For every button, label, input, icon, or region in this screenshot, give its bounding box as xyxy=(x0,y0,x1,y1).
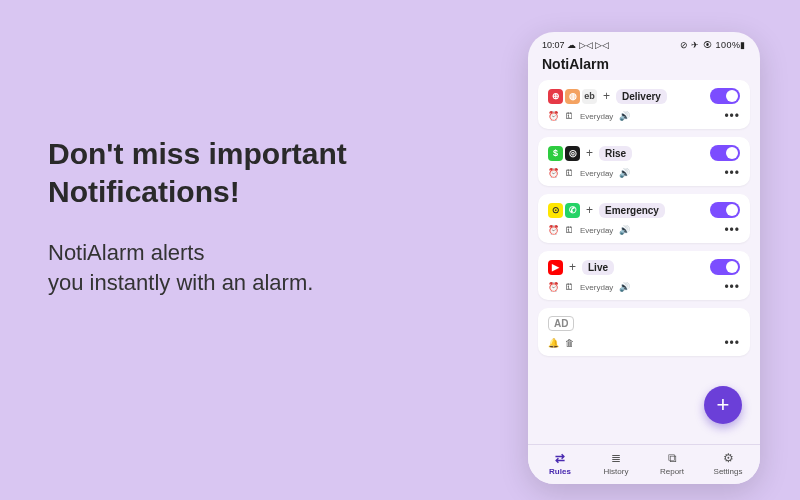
hero-copy: Don't miss important Notifications! Noti… xyxy=(48,135,478,297)
more-icon[interactable]: ••• xyxy=(724,336,740,350)
history-icon: ≣ xyxy=(611,451,621,465)
sound-icon: 🔊 xyxy=(619,282,630,292)
plus-icon: + xyxy=(584,203,595,217)
plus-icon: + xyxy=(601,89,612,103)
app-icon: ⊕ xyxy=(548,89,563,104)
status-bar: 10:07 ☁ ▷◁ ▷◁ ⊘ ✈ ⦿ 100%▮ xyxy=(528,32,760,52)
status-right-icons: ⊘ ✈ ⦿ 100%▮ xyxy=(680,40,746,50)
calendar-icon: 🗓 xyxy=(565,282,574,292)
ad-badge: AD xyxy=(548,316,574,331)
schedule-label: Everyday xyxy=(580,169,613,178)
bell-icon: 🔔 xyxy=(548,338,559,348)
app-icon: ◍ xyxy=(565,89,580,104)
schedule-label: Everyday xyxy=(580,226,613,235)
rule-name-chip: Rise xyxy=(599,146,632,161)
rule-name-chip: Delivery xyxy=(616,89,667,104)
trash-icon[interactable]: 🗑 xyxy=(565,338,574,348)
rule-name-chip: Emergency xyxy=(599,203,665,218)
nav-label: Settings xyxy=(714,467,743,476)
rule-name-chip: Live xyxy=(582,260,614,275)
rule-toggle[interactable] xyxy=(710,202,740,218)
app-icon: ✆ xyxy=(565,203,580,218)
app-title: NotiAlarm xyxy=(528,52,760,80)
sound-icon: 🔊 xyxy=(619,168,630,178)
schedule-label: Everyday xyxy=(580,283,613,292)
sound-icon: 🔊 xyxy=(619,111,630,121)
calendar-icon: 🗓 xyxy=(565,225,574,235)
rule-card[interactable]: ▶+Live⏰🗓Everyday🔊••• xyxy=(538,251,750,300)
ad-card: AD🔔🗑••• xyxy=(538,308,750,356)
app-icon: ⊙ xyxy=(548,203,563,218)
nav-label: Report xyxy=(660,467,684,476)
alarm-icon: ⏰ xyxy=(548,111,559,121)
calendar-icon: 🗓 xyxy=(565,168,574,178)
hero-headline: Don't miss important Notifications! xyxy=(48,135,478,210)
hero-subhead: NotiAlarm alerts you instantly with an a… xyxy=(48,238,478,297)
alarm-icon: ⏰ xyxy=(548,282,559,292)
rule-card[interactable]: ⊕◍eb+Delivery⏰🗓Everyday🔊••• xyxy=(538,80,750,129)
rule-toggle[interactable] xyxy=(710,88,740,104)
app-icon: ▶ xyxy=(548,260,563,275)
schedule-label: Everyday xyxy=(580,112,613,121)
calendar-icon: 🗓 xyxy=(565,111,574,121)
alarm-icon: ⏰ xyxy=(548,225,559,235)
rule-toggle[interactable] xyxy=(710,145,740,161)
more-icon[interactable]: ••• xyxy=(724,223,740,237)
status-left-icons: ☁ ▷◁ ▷◁ xyxy=(567,40,609,50)
plus-icon: + xyxy=(567,260,578,274)
more-icon[interactable]: ••• xyxy=(724,166,740,180)
status-time: 10:07 ☁ ▷◁ ▷◁ xyxy=(542,40,609,50)
rules-icon: ⇄ xyxy=(555,451,565,465)
rule-card[interactable]: ⊙✆+Emergency⏰🗓Everyday🔊••• xyxy=(538,194,750,243)
rule-card[interactable]: $◎+Rise⏰🗓Everyday🔊••• xyxy=(538,137,750,186)
nav-item-report[interactable]: ⧉Report xyxy=(644,451,700,476)
app-icon: $ xyxy=(548,146,563,161)
app-icon: eb xyxy=(582,89,597,104)
add-rule-fab[interactable]: + xyxy=(704,386,742,424)
bottom-nav: ⇄Rules≣History⧉Report⚙Settings xyxy=(528,444,760,484)
more-icon[interactable]: ••• xyxy=(724,109,740,123)
more-icon[interactable]: ••• xyxy=(724,280,740,294)
plus-icon: + xyxy=(584,146,595,160)
nav-label: Rules xyxy=(549,467,571,476)
nav-item-rules[interactable]: ⇄Rules xyxy=(532,451,588,476)
rule-toggle[interactable] xyxy=(710,259,740,275)
phone-frame: 10:07 ☁ ▷◁ ▷◁ ⊘ ✈ ⦿ 100%▮ NotiAlarm ⊕◍eb… xyxy=(528,32,760,484)
nav-label: History xyxy=(604,467,629,476)
report-icon: ⧉ xyxy=(668,451,677,465)
settings-icon: ⚙ xyxy=(723,451,734,465)
nav-item-settings[interactable]: ⚙Settings xyxy=(700,451,756,476)
app-icon: ◎ xyxy=(565,146,580,161)
sound-icon: 🔊 xyxy=(619,225,630,235)
nav-item-history[interactable]: ≣History xyxy=(588,451,644,476)
alarm-icon: ⏰ xyxy=(548,168,559,178)
